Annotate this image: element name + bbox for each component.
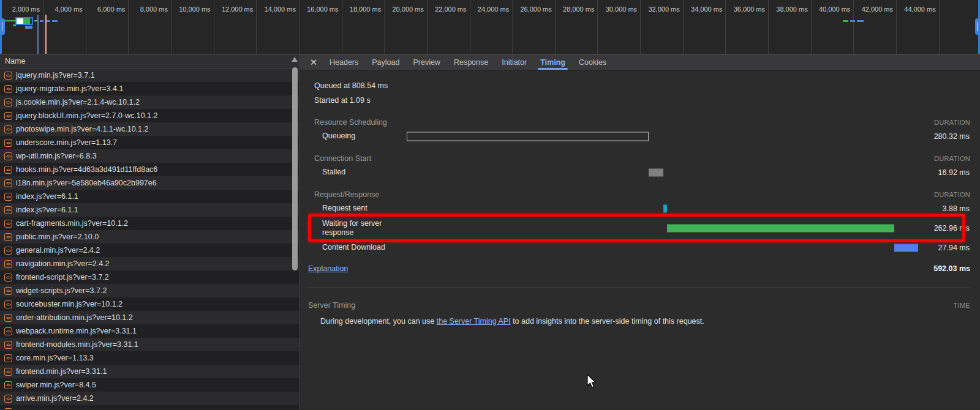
- timing-section-title: Request/Response: [308, 190, 919, 199]
- js-file-icon: <>: [4, 368, 12, 376]
- request-rows: <>jquery.min.js?ver=3.7.1<>jquery-migrat…: [0, 69, 299, 409]
- request-row[interactable]: <>index.js?ver=6.1.1: [0, 203, 299, 217]
- request-row[interactable]: <>i18n.min.js?ver=5e580eb46a90c2b997e6: [0, 176, 299, 190]
- js-file-icon: <>: [4, 314, 12, 322]
- timing-bar: [663, 204, 666, 212]
- js-file-icon: <>: [4, 166, 12, 174]
- request-row[interactable]: <>navigation.min.js?ver=2.4.2: [0, 257, 299, 270]
- description-prefix: During development, you can use: [320, 317, 437, 326]
- request-row[interactable]: <>webpack.runtime.min.js?ver=3.31.1: [0, 324, 299, 338]
- js-file-icon: <>: [4, 260, 12, 268]
- time-column-header: TIME: [919, 302, 970, 309]
- js-file-icon: <>: [4, 408, 12, 410]
- name-column-header[interactable]: Name: [0, 54, 299, 69]
- server-timing-api-link[interactable]: the Server Timing API: [437, 317, 511, 326]
- started-at-text: Started at 1.09 s: [308, 93, 970, 108]
- js-file-icon: <>: [4, 206, 12, 214]
- js-file-icon: <>: [4, 193, 12, 201]
- network-overview-timeline[interactable]: 2,000 ms4,000 ms6,000 ms8,000 ms10,000 m…: [0, 0, 980, 54]
- request-row[interactable]: <>core.min.js?ver=1.13.3: [0, 351, 299, 365]
- timing-row: Waiting for server response262.96 ms: [308, 216, 970, 240]
- request-row[interactable]: <>frontend-script.js?ver=3.7.2: [0, 270, 299, 284]
- tab-preview[interactable]: Preview: [406, 54, 447, 70]
- request-row[interactable]: <>photoswipe.min.js?ver=4.1.1-wc.10.1.2: [0, 122, 299, 136]
- request-row[interactable]: <>general.min.js?ver=2.4.2: [0, 244, 299, 257]
- tab-response[interactable]: Response: [447, 54, 495, 70]
- request-row[interactable]: <>js.cookie.min.js?ver=2.1.4-wc.10.1.2: [0, 95, 299, 109]
- request-name: general.min.js?ver=2.4.2: [16, 246, 100, 255]
- js-file-icon: <>: [4, 152, 12, 160]
- tab-payload[interactable]: Payload: [365, 54, 406, 70]
- waterfall-mark: [843, 20, 848, 22]
- timing-row: Queueing280.32 ms: [308, 129, 970, 144]
- timing-bar-area: [407, 201, 918, 216]
- request-row[interactable]: <>frontend-modules.min.js?ver=3.31.1: [0, 338, 299, 351]
- js-file-icon: <>: [4, 220, 12, 228]
- request-name: frontend-modules.min.js?ver=3.31.1: [16, 340, 138, 349]
- request-row[interactable]: <>jquery.blockUI.min.js?ver=2.7.0-wc.10.…: [0, 109, 299, 122]
- request-row[interactable]: <>swiper.min.js?ver=8.4.5: [0, 378, 299, 392]
- request-row[interactable]: <>frontend.min.js?ver=3.31.1: [0, 365, 299, 378]
- request-name: jquery.min.js?ver=3.7.1: [16, 71, 95, 80]
- request-row[interactable]: <>jquery-migrate.min.js?ver=3.4.1: [0, 82, 299, 95]
- tick-label: 44,000 ms: [904, 6, 935, 13]
- tab-cookies[interactable]: Cookies: [572, 54, 613, 70]
- js-file-icon: <>: [4, 247, 12, 255]
- overview-left-grip[interactable]: [0, 18, 5, 35]
- js-file-icon: <>: [4, 139, 12, 147]
- overview-right-grip[interactable]: [975, 18, 980, 35]
- js-file-icon: <>: [4, 395, 12, 403]
- request-name: wp-util.min.js?ver=6.8.3: [16, 152, 97, 160]
- js-file-icon: <>: [4, 327, 12, 335]
- timeline-tick: 44,000 ms: [0, 0, 940, 54]
- scrollbar-thumb[interactable]: [292, 67, 298, 270]
- request-row[interactable]: <>index.js?ver=6.1.1: [0, 190, 299, 203]
- server-timing-title: Server Timing: [308, 301, 919, 310]
- timing-row-label: Request sent: [308, 204, 407, 213]
- waterfall-mark: [40, 20, 43, 22]
- request-name: jquery.blockUI.min.js?ver=2.7.0-wc.10.1.…: [16, 111, 157, 120]
- waterfall-mark: [857, 20, 864, 22]
- request-row[interactable]: <>wp-util.min.js?ver=6.8.3: [0, 149, 299, 163]
- duration-column-header: DURATION: [919, 119, 970, 126]
- tab-timing[interactable]: Timing: [533, 54, 572, 70]
- request-row[interactable]: <>jquery.min.js?ver=3.7.1: [0, 69, 299, 82]
- timing-row-duration: 16.92 ms: [918, 168, 970, 177]
- js-file-icon: <>: [4, 99, 12, 106]
- close-icon[interactable]: ✕: [304, 54, 323, 70]
- detail-tabs: HeadersPayloadPreviewResponseInitiatorTi…: [323, 54, 613, 70]
- request-list-panel: Name <>jquery.min.js?ver=3.7.1<>jquery-m…: [0, 54, 300, 409]
- request-row[interactable]: <>hooks.min.js?ver=4d63a3d491d11ffd8ac6: [0, 163, 299, 176]
- request-row[interactable]: <>cart-fragments.min.js?ver=10.1.2: [0, 217, 299, 230]
- request-row[interactable]: <>sourcebuster.min.js?ver=10.1.2: [0, 297, 299, 311]
- timing-row-duration: 3.88 ms: [918, 204, 970, 213]
- request-name: i18n.min.js?ver=5e580eb46a90c2b997e6: [16, 179, 157, 187]
- request-row[interactable]: <>widget-scripts.js?ver=3.7.2: [0, 284, 299, 297]
- request-name: webpack.runtime.min.js?ver=3.31.1: [16, 327, 137, 335]
- server-timing-header: Server Timing TIME: [308, 299, 970, 311]
- js-file-icon: <>: [4, 112, 12, 120]
- js-file-icon: <>: [4, 125, 12, 133]
- tab-headers[interactable]: Headers: [323, 54, 365, 70]
- request-row[interactable]: <>public.min.js?ver=2.10.0: [0, 230, 299, 244]
- waterfall-mark: [13, 24, 16, 26]
- request-name: order-attribution.min.js?ver=10.1.2: [16, 313, 133, 322]
- scrollbar-up-arrow-icon[interactable]: [292, 57, 298, 62]
- request-row[interactable]: <>underscore.min.js?ver=1.13.7: [0, 136, 299, 149]
- request-detail-panel: ✕ HeadersPayloadPreviewResponseInitiator…: [300, 54, 980, 409]
- timing-row-label: Content Download: [308, 243, 407, 252]
- js-file-icon: <>: [4, 287, 12, 295]
- timing-row-duration: 280.32 ms: [918, 132, 970, 141]
- request-row[interactable]: <>arrive.min.js?ver=2.4.2: [0, 392, 299, 405]
- timing-detail: Queued at 808.54 ms Started at 1.09 s Re…: [300, 70, 980, 328]
- js-file-icon: <>: [4, 233, 12, 241]
- timing-bar: [667, 224, 894, 232]
- waterfall-mark: [25, 26, 32, 29]
- timing-row: Content Download27.94 ms: [308, 240, 970, 255]
- request-row-partial[interactable]: <>: [0, 405, 299, 409]
- request-row[interactable]: <>order-attribution.min.js?ver=10.1.2: [0, 311, 299, 324]
- duration-column-header: DURATION: [919, 155, 970, 162]
- request-name: arrive.min.js?ver=2.4.2: [16, 394, 94, 403]
- tab-initiator[interactable]: Initiator: [495, 54, 533, 70]
- explanation-link[interactable]: Explanation: [308, 264, 348, 273]
